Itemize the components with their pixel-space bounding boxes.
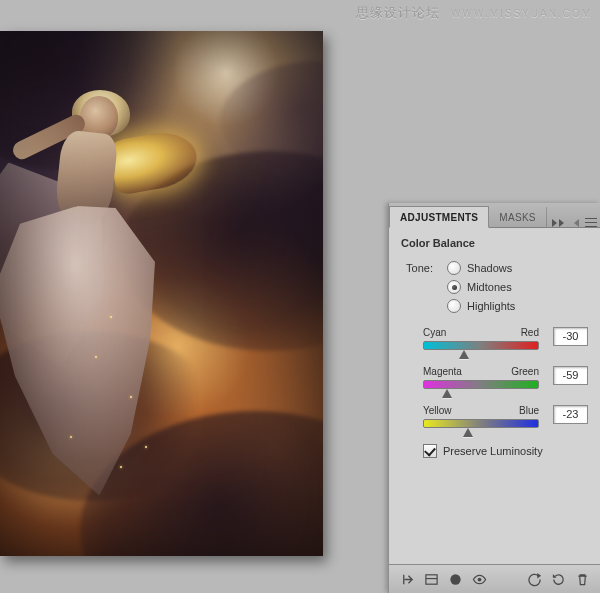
tab-masks[interactable]: MASKS [489,207,547,227]
radio-highlights-label: Highlights [467,300,515,312]
slider-mg-left-label: Magenta [423,366,462,377]
checkbox-preserve-luminosity[interactable] [423,444,437,458]
radio-shadows[interactable] [447,261,461,275]
adjustments-panel: ADJUSTMENTS MASKS Color Balance Tone: Sh… [388,203,600,593]
slider-mg-thumb[interactable] [442,389,452,398]
canvas-preview [0,31,323,556]
radio-midtones-label: Midtones [467,281,512,293]
tab-adjustments[interactable]: ADJUSTMENTS [389,206,489,228]
svg-point-1 [450,574,460,584]
panel-tabs: ADJUSTMENTS MASKS [389,203,600,228]
slider-cr-track[interactable] [423,341,539,350]
radio-highlights[interactable] [447,299,461,313]
slider-cr-thumb[interactable] [459,350,469,359]
slider-cr-value[interactable]: -30 [553,327,588,346]
panel-collapse-button[interactable] [547,219,569,227]
return-to-list-icon[interactable] [398,570,416,588]
slider-cr-right-label: Red [521,327,539,338]
panel-title: Color Balance [401,237,588,249]
watermark-main: 思缘设计论坛 [356,5,440,20]
panel-footer [389,564,600,593]
slider-yellow-blue: Yellow Blue -23 [401,405,588,428]
slider-mg-right-label: Green [511,366,539,377]
slider-cyan-red: Cyan Red -30 [401,327,588,350]
watermark-sub: WWW.MISSYUAN.COM [451,8,592,19]
reset-icon[interactable] [549,570,567,588]
svg-rect-0 [425,574,436,583]
checkbox-preserve-luminosity-label: Preserve Luminosity [443,445,543,457]
delete-icon[interactable] [573,570,591,588]
watermark: 思缘设计论坛 WWW.MISSYUAN.COM [356,4,592,22]
slider-magenta-green: Magenta Green -59 [401,366,588,389]
tone-label: Tone: [401,261,433,274]
slider-yb-right-label: Blue [519,405,539,416]
radio-midtones[interactable] [447,280,461,294]
previous-state-icon[interactable] [525,570,543,588]
panel-menu-button[interactable] [569,218,600,227]
radio-shadows-label: Shadows [467,262,512,274]
slider-cr-left-label: Cyan [423,327,446,338]
expanded-view-icon[interactable] [422,570,440,588]
slider-yb-value[interactable]: -23 [553,405,588,424]
toggle-visibility-icon[interactable] [470,570,488,588]
slider-yb-track[interactable] [423,419,539,428]
slider-yb-thumb[interactable] [463,428,473,437]
slider-mg-track[interactable] [423,380,539,389]
clip-to-layer-icon[interactable] [446,570,464,588]
slider-mg-value[interactable]: -59 [553,366,588,385]
svg-point-2 [477,577,481,581]
slider-yb-left-label: Yellow [423,405,452,416]
